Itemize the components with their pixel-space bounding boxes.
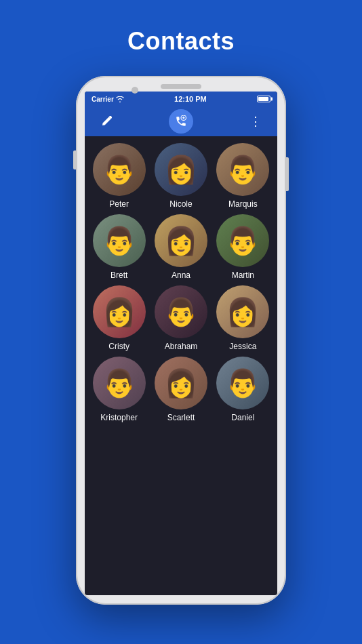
contact-name-martin: Martin [232, 270, 254, 280]
contact-item-marquis[interactable]: 👨Marquis [214, 143, 272, 209]
contact-item-anna[interactable]: 👩Anna [152, 214, 209, 280]
page-title: Contacts [127, 27, 235, 56]
avatar-anna: 👩 [155, 214, 207, 267]
contact-item-brett[interactable]: 👨Brett [90, 214, 148, 280]
avatar-martin: 👨 [216, 214, 269, 267]
contact-item-jessica[interactable]: 👩Jessica [214, 285, 272, 351]
contact-item-scarlett[interactable]: 👩Scarlett [152, 357, 209, 422]
contact-name-brett: Brett [110, 270, 127, 280]
contact-item-peter[interactable]: 👨Peter [90, 143, 148, 209]
contact-name-jessica: Jessica [229, 342, 256, 351]
contact-name-daniel: Daniel [231, 413, 254, 422]
edit-button[interactable] [96, 110, 117, 132]
phone-top-bar [76, 76, 286, 92]
contact-name-scarlett: Scarlett [167, 413, 195, 422]
contact-item-kristopher[interactable]: 👨Kristopher [90, 357, 148, 422]
phone-speaker [161, 84, 201, 89]
contact-name-marquis: Marquis [228, 199, 258, 209]
status-right [257, 96, 270, 102]
avatar-scarlett: 👩 [155, 357, 207, 409]
contact-name-peter: Peter [109, 199, 129, 209]
avatar-abraham: 👨 [155, 285, 207, 338]
avatar-jessica: 👩 [216, 285, 269, 338]
contact-item-cristy[interactable]: 👩Cristy [90, 285, 148, 351]
status-left: Carrier [92, 96, 124, 103]
contacts-grid: 👨Peter👩Nicole👨Marquis👨Brett👩Anna👨Martin👩… [85, 136, 277, 429]
avatar-brett: 👨 [93, 214, 146, 267]
status-time: 12:10 PM [174, 95, 207, 103]
app-toolbar: ⋮ [85, 106, 277, 136]
battery-icon [257, 96, 270, 102]
contact-name-abraham: Abraham [165, 342, 198, 351]
battery-fill [258, 97, 268, 101]
avatar-cristy: 👩 [93, 285, 146, 338]
carrier-label: Carrier [92, 96, 114, 103]
phone-screen: Carrier 12:10 PM [85, 92, 277, 595]
status-bar: Carrier 12:10 PM [85, 92, 277, 106]
contact-item-daniel[interactable]: 👨Daniel [214, 357, 272, 422]
avatar-nicole: 👩 [155, 143, 207, 196]
wifi-icon [116, 96, 124, 102]
contact-item-abraham[interactable]: 👨Abraham [152, 285, 209, 351]
contact-name-kristopher: Kristopher [100, 413, 138, 422]
avatar-peter: 👨 [93, 143, 146, 196]
contact-name-nicole: Nicole [169, 199, 192, 209]
more-button[interactable]: ⋮ [245, 110, 266, 132]
call-button[interactable] [169, 109, 193, 134]
phone-shell: Carrier 12:10 PM [76, 76, 286, 605]
contact-name-anna: Anna [172, 270, 190, 280]
avatar-marquis: 👨 [216, 143, 269, 196]
contact-item-martin[interactable]: 👨Martin [214, 214, 272, 280]
contact-name-cristy: Cristy [108, 342, 129, 351]
avatar-daniel: 👨 [216, 357, 269, 409]
avatar-kristopher: 👨 [93, 357, 146, 409]
contact-item-nicole[interactable]: 👩Nicole [152, 143, 209, 209]
